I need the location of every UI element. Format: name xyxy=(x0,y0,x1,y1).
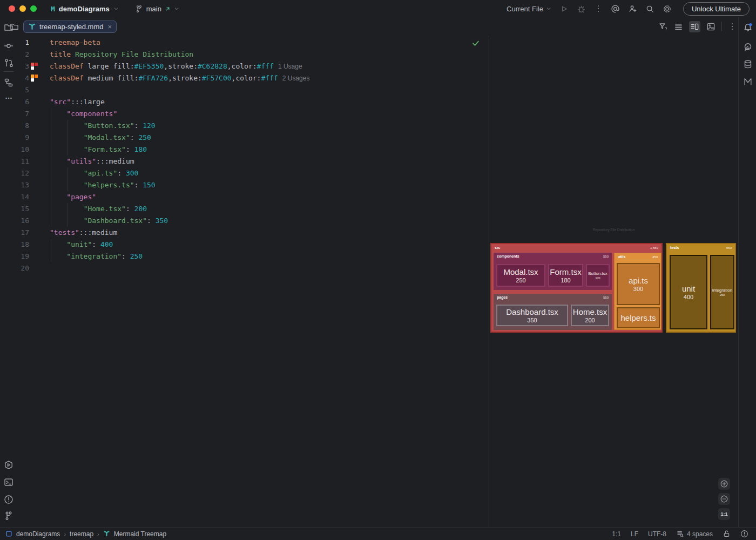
mermaid-config-icon[interactable] xyxy=(658,22,668,31)
caret-position-widget[interactable]: 1:1 xyxy=(612,530,621,538)
run-configuration-selector[interactable]: Current File xyxy=(507,5,551,13)
code-line[interactable]: 7 "components" xyxy=(17,108,489,120)
notifications-bell-icon[interactable] xyxy=(743,23,753,32)
code-line[interactable]: 15 "Home.tsx": 200 xyxy=(17,203,489,215)
tab-label: treemap-styled.mmd xyxy=(39,23,103,31)
code-line[interactable]: 20 xyxy=(17,262,489,274)
ai-chat-tool-icon[interactable] xyxy=(743,42,753,52)
code-line[interactable]: 13 "helpers.ts": 150 xyxy=(17,179,489,191)
chevron-down-icon xyxy=(546,6,551,11)
treemap: src 1,550 components 550 Modal.tsx 250 F… xyxy=(490,243,735,333)
line-number: 14 xyxy=(17,191,49,203)
split-view-toggle[interactable] xyxy=(689,21,700,32)
code-line[interactable]: 10 "Form.tsx": 180 xyxy=(17,144,489,156)
window-zoom-button[interactable] xyxy=(30,5,37,12)
breadcrumb-project[interactable]: demoDiagrams xyxy=(16,530,60,538)
line-ending-widget[interactable]: LF xyxy=(631,530,638,538)
editor-only-view-icon[interactable] xyxy=(674,22,683,31)
code-line[interactable]: 4classDef medium fill:#FFA726,stroke:#F5… xyxy=(17,72,489,84)
zoom-out-icon xyxy=(720,495,728,503)
terminal-tool-icon[interactable] xyxy=(4,477,14,487)
code-text xyxy=(49,262,50,274)
zoom-in-icon xyxy=(720,480,728,488)
project-tool-icon[interactable] xyxy=(4,23,14,32)
pull-requests-tool-icon[interactable] xyxy=(4,58,14,68)
right-tool-strip xyxy=(738,17,756,527)
error-stripe-icon[interactable] xyxy=(740,530,748,538)
debug-icon[interactable] xyxy=(577,4,586,14)
git-branch-icon xyxy=(135,5,143,13)
code-editor[interactable]: 1treemap-beta2title Repository File Dist… xyxy=(17,36,489,527)
code-text: "helpers.ts": 150 xyxy=(49,179,156,191)
preview-only-view-icon[interactable] xyxy=(706,22,716,31)
kebab-menu-icon[interactable] xyxy=(728,22,737,31)
treemap-group-pages: pages 550 Dashboard.tsx 350 Home.tsx 200 xyxy=(494,294,612,330)
unlock-ultimate-button[interactable]: Unlock Ultimate xyxy=(683,2,750,16)
indent-guide xyxy=(68,203,68,227)
code-text: "unit": 400 xyxy=(49,239,113,251)
indent-guide xyxy=(68,167,68,191)
code-line[interactable]: 16 "Dashboard.tsx": 350 xyxy=(17,215,489,227)
statusbar-widgets: 1:1 LF UTF-8 4 spaces xyxy=(612,530,748,538)
tab-close-icon[interactable]: × xyxy=(107,23,112,31)
code-text: "utils":::medium xyxy=(49,156,134,167)
code-line[interactable]: 2title Repository File Distribution xyxy=(17,49,489,60)
treemap-cell-dashboard: Dashboard.tsx 350 xyxy=(496,305,568,326)
window-close-button[interactable] xyxy=(9,5,15,12)
code-line[interactable]: 14 "pages" xyxy=(17,191,489,203)
breadcrumb-folder[interactable]: treemap xyxy=(70,530,93,538)
code-line[interactable]: 11 "utils":::medium xyxy=(17,156,489,167)
project-widget[interactable]: M demoDiagrams xyxy=(51,5,119,13)
indent-widget[interactable]: 4 spaces xyxy=(676,530,713,538)
git-tool-icon[interactable] xyxy=(4,511,14,521)
code-line[interactable]: 18 "unit": 400 xyxy=(17,239,489,251)
treemap-cell-button: Button.tsx 120 xyxy=(586,264,610,287)
code-line[interactable]: 3classDef large fill:#EF5350,stroke:#C62… xyxy=(17,60,489,72)
code-line[interactable]: 5 xyxy=(17,84,489,96)
line-number: 20 xyxy=(17,262,49,274)
search-icon[interactable] xyxy=(645,4,654,14)
code-line[interactable]: 12 "api.ts": 300 xyxy=(17,167,489,179)
project-logo-icon: M xyxy=(51,5,55,13)
database-tool-icon[interactable] xyxy=(743,59,753,69)
mermaid-tool-icon[interactable] xyxy=(743,77,753,86)
title-bar: M demoDiagrams main Current File Unlock … xyxy=(0,0,756,17)
code-line[interactable]: 19 "integration": 250 xyxy=(17,251,489,262)
structure-tool-icon[interactable] xyxy=(4,78,14,87)
settings-gear-icon[interactable] xyxy=(663,4,672,14)
code-line[interactable]: 17"tests":::medium xyxy=(17,227,489,239)
zoom-out-button[interactable] xyxy=(718,493,730,505)
code-text: "Dashboard.tsx": 350 xyxy=(49,215,168,227)
line-number: 12 xyxy=(17,167,49,179)
indent-icon xyxy=(676,530,684,538)
code-line[interactable]: 8 "Button.tsx": 120 xyxy=(17,120,489,132)
breadcrumb-element[interactable]: Mermaid Treemap xyxy=(114,530,166,538)
vcs-widget[interactable]: main xyxy=(135,5,179,13)
code-line[interactable]: 9 "Modal.tsx": 250 xyxy=(17,132,489,144)
zoom-in-button[interactable] xyxy=(718,478,730,490)
treemap-cell-form: Form.tsx 180 xyxy=(548,264,583,287)
services-tool-icon[interactable] xyxy=(4,460,14,470)
inspections-ok-icon[interactable] xyxy=(471,39,480,48)
unlock-icon[interactable] xyxy=(723,530,731,538)
zoom-reset-button[interactable]: 1:1 xyxy=(718,508,730,520)
run-icon[interactable] xyxy=(559,4,569,14)
code-line[interactable]: 6"src":::large xyxy=(17,96,489,108)
strip-divider xyxy=(3,71,14,72)
tab-treemap-styled[interactable]: treemap-styled.mmd × xyxy=(23,21,117,33)
line-number: 7 xyxy=(17,108,49,120)
more-actions-icon[interactable] xyxy=(594,4,603,13)
branch-name: main xyxy=(146,5,161,13)
commit-tool-icon[interactable] xyxy=(4,41,14,51)
code-with-me-icon[interactable] xyxy=(628,4,637,14)
ai-assistant-icon[interactable] xyxy=(611,4,620,14)
more-tools-icon[interactable]: … xyxy=(5,92,13,100)
titlebar-actions: Current File Unlock Ultimate xyxy=(507,2,750,16)
window-minimize-button[interactable] xyxy=(19,5,26,12)
encoding-widget[interactable]: UTF-8 xyxy=(648,530,666,538)
problems-tool-icon[interactable] xyxy=(4,495,14,504)
code-line[interactable]: 1treemap-beta xyxy=(17,37,489,49)
left-tool-strip: … xyxy=(0,17,17,527)
breadcrumb-separator: › xyxy=(64,531,66,537)
treemap-group-src: src 1,550 components 550 Modal.tsx 250 F… xyxy=(490,243,663,333)
